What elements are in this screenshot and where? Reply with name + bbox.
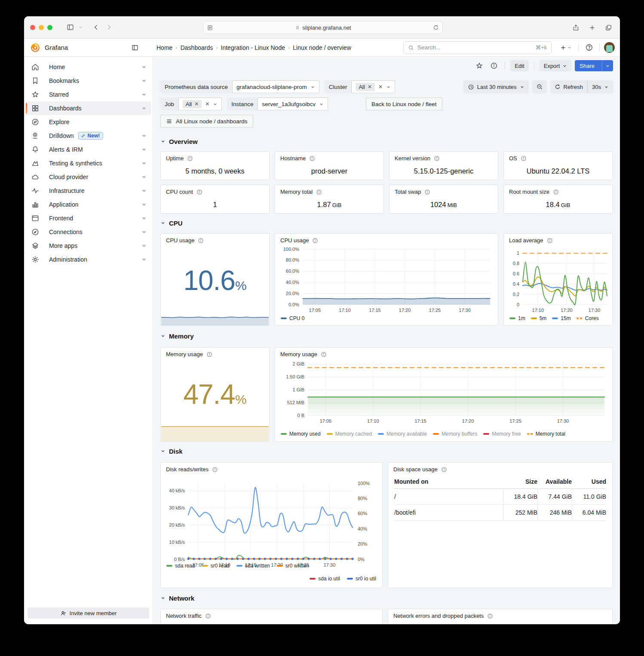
refresh-button[interactable]: Refresh: [550, 80, 588, 93]
legend-item-5m[interactable]: 5m: [531, 315, 547, 321]
info-icon[interactable]: [553, 189, 559, 195]
legend-item-15m[interactable]: 15m: [552, 315, 570, 321]
chevron-down-icon[interactable]: [141, 78, 147, 83]
share-menu-caret[interactable]: [602, 60, 613, 71]
legend-item-memory-available[interactable]: Memory available: [378, 431, 427, 437]
breadcrumb-item[interactable]: Integration - Linux Node: [221, 44, 285, 51]
window-minimize-button[interactable]: [39, 25, 44, 30]
legend-item-memory-buffers[interactable]: Memory buffers: [433, 431, 477, 437]
chevron-down-icon[interactable]: [141, 188, 147, 193]
clear-filter-icon[interactable]: ✕: [205, 101, 209, 107]
tab-overview-icon[interactable]: [602, 22, 615, 33]
cluster-filter[interactable]: Cluster All✕ ✕: [325, 80, 395, 93]
help-icon[interactable]: [583, 42, 595, 54]
breadcrumb-item[interactable]: Home: [156, 44, 172, 51]
sidebar-item-drilldown[interactable]: DrilldownNew!: [26, 129, 151, 143]
browser-back-icon[interactable]: [89, 22, 102, 33]
sidebar-item-administration[interactable]: Administration: [26, 253, 151, 266]
sidebar-item-frontend[interactable]: Frontend: [26, 211, 151, 225]
legend-item-cores[interactable]: Cores: [577, 315, 599, 321]
search-box[interactable]: ⌘+k: [403, 41, 552, 54]
clear-filter-icon[interactable]: ✕: [378, 84, 383, 90]
refresh-picker[interactable]: Refresh 30s: [550, 80, 613, 93]
load-average-chart[interactable]: 10.80.60.40.2017:1017:2017:30: [504, 234, 612, 326]
info-icon[interactable]: [424, 189, 430, 195]
legend-item-memory-cached[interactable]: Memory cached: [327, 431, 372, 437]
section-memory[interactable]: Memory: [160, 332, 613, 340]
info-icon[interactable]: [309, 156, 315, 162]
legend-item-sr0-written[interactable]: sr0 written: [277, 563, 309, 569]
info-icon[interactable]: [196, 189, 202, 195]
column-header[interactable]: Used: [572, 478, 606, 485]
sidebar-item-dashboards[interactable]: Dashboards: [26, 101, 151, 115]
invite-new-member-button[interactable]: Invite new member: [28, 607, 149, 619]
new-tab-icon[interactable]: [586, 22, 598, 33]
info-icon[interactable]: [205, 613, 211, 619]
sidebar-item-starred[interactable]: Starred: [26, 88, 151, 101]
all-dashboards-button[interactable]: All Linux node / dashboards: [160, 115, 253, 128]
add-menu-icon[interactable]: [558, 42, 574, 54]
sidebar-item-bookmarks[interactable]: Bookmarks: [26, 74, 151, 88]
cpu-usage-chart[interactable]: 100.0%80.0%60.0%40.0%20.0%0.0%17:0517:10…: [275, 234, 498, 326]
legend-item-memory-free[interactable]: Memory free: [483, 431, 521, 437]
time-range-picker[interactable]: Last 30 minutes: [463, 80, 529, 93]
chevron-down-icon[interactable]: [141, 133, 147, 138]
legend-item-memory-total[interactable]: Memory total: [527, 431, 565, 437]
user-avatar[interactable]: [604, 42, 615, 53]
refresh-interval-select[interactable]: 30s: [587, 80, 613, 93]
chevron-down-icon[interactable]: [141, 202, 147, 207]
browser-sidebar-icon[interactable]: [64, 22, 77, 33]
chevron-down-icon[interactable]: [141, 147, 147, 152]
memory-usage-chart[interactable]: 2 GiB1.50 GiB1 GiB512 MiB0 B17:0517:1017…: [275, 348, 612, 442]
dashboard-info-icon[interactable]: [488, 60, 500, 71]
sidebar-item-alerts-irm[interactable]: Alerts & IRM: [26, 143, 151, 156]
sidebar-item-infrastructure[interactable]: Infrastructure: [26, 184, 151, 198]
chevron-down-icon[interactable]: [141, 92, 147, 97]
legend-item-memory-used[interactable]: Memory used: [281, 431, 321, 437]
section-network[interactable]: Network: [160, 594, 613, 602]
window-close-button[interactable]: [30, 25, 35, 30]
browser-share-icon[interactable]: [569, 22, 582, 33]
zoom-out-time-icon[interactable]: [532, 80, 547, 93]
instance-picker[interactable]: Instance server_1a3ufgsoibcv: [227, 98, 328, 110]
info-icon[interactable]: [434, 156, 440, 162]
address-bar[interactable]: sliplane.grafana.net: [203, 21, 443, 34]
sidebar-item-testing-synthetics[interactable]: Testing & synthetics: [26, 156, 151, 170]
info-icon[interactable]: [487, 613, 493, 619]
search-input[interactable]: [417, 44, 532, 51]
info-icon[interactable]: [521, 156, 527, 162]
back-to-fleet-button[interactable]: Back to Linux node / fleet: [366, 98, 442, 110]
reload-icon[interactable]: [433, 24, 439, 31]
legend-item-sr0-read[interactable]: sr0 read: [202, 563, 230, 569]
sidebar-toggle-icon[interactable]: [129, 42, 141, 54]
chevron-down-icon[interactable]: [141, 257, 147, 262]
chevron-down-icon[interactable]: [141, 229, 147, 235]
legend-item-sda-written[interactable]: sda written: [236, 563, 270, 569]
sidebar-item-explore[interactable]: Explore: [26, 115, 151, 129]
sidebar-item-cloud-provider[interactable]: Cloud provider: [26, 170, 151, 184]
sidebar-item-home[interactable]: Home: [26, 60, 151, 74]
export-button[interactable]: Export: [540, 60, 572, 71]
breadcrumb-item[interactable]: Dashboards: [181, 44, 213, 51]
chevron-down-icon[interactable]: [141, 106, 147, 111]
window-zoom-button[interactable]: [47, 25, 52, 30]
chevron-down-icon[interactable]: [141, 243, 147, 248]
share-button[interactable]: Share: [575, 60, 613, 71]
chevron-down-icon[interactable]: [141, 161, 147, 166]
chevron-down-icon[interactable]: [141, 64, 147, 70]
info-icon[interactable]: [316, 189, 322, 195]
info-icon[interactable]: [441, 467, 447, 473]
legend-item-cpu-0[interactable]: CPU 0: [281, 315, 304, 321]
edit-button[interactable]: Edit: [510, 60, 528, 71]
reader-view-icon[interactable]: [207, 24, 213, 31]
favorite-star-icon[interactable]: [474, 60, 485, 71]
info-icon[interactable]: [198, 238, 204, 244]
disk-reads-writes-chart[interactable]: 40 kB/s30 kB/s20 kB/s10 kB/s0 B/s100%80%…: [161, 463, 382, 588]
datasource-picker[interactable]: Prometheus data source grafanacloud-slip…: [160, 80, 319, 93]
legend-item-1m[interactable]: 1m: [509, 315, 525, 321]
sidebar-item-application[interactable]: Application: [26, 198, 151, 211]
chevron-down-icon[interactable]: [141, 174, 147, 180]
legend-item-sda-io-util[interactable]: sda io util: [310, 576, 340, 582]
legend-item-sda-read[interactable]: sda read: [166, 563, 195, 569]
job-filter[interactable]: Job All✕ ✕: [160, 98, 222, 110]
